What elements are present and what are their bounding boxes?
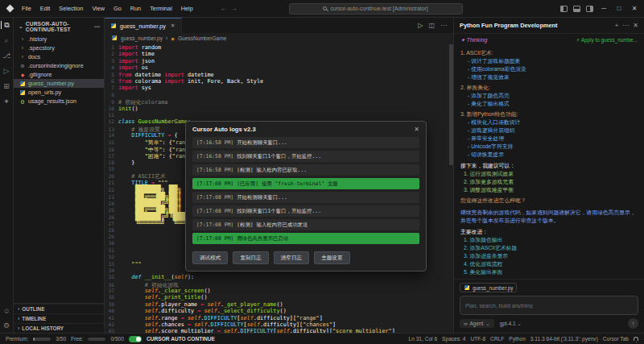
menu-go[interactable]: Go [112,4,123,13]
menu-terminal[interactable]: Terminal [148,4,174,13]
notifications-bell-icon[interactable] [634,337,638,341]
tree-item--gitignore[interactable]: ◆.gitignore [14,70,104,79]
language-indicator[interactable]: Python [509,336,526,342]
editor-more-icon[interactable]: ⋯ [440,22,447,29]
editor-scrollbar[interactable] [449,43,453,333]
cursor-tab-indicator[interactable]: Cursor Tab [603,336,629,342]
spaces-indicator[interactable]: Spaces: 4 [442,336,465,342]
context-chip[interactable]: guess_number.py [460,283,517,292]
chat-link-item[interactable]: - 美化了输出格式 [460,100,638,108]
explorer-icon[interactable]: ⧉ [1,21,13,29]
chat-summary-item: 5. 美化输出界面 [460,268,638,276]
log-row: [7:17:08 PM]开始检测聊天窗口... [192,192,419,203]
tree-item-usage-results-json[interactable]: {}usage_results.json [14,97,104,106]
source-control-icon[interactable]: ⎇ [1,52,13,60]
toggle-sidebar-icon[interactable] [560,6,568,12]
back-arrow-icon[interactable]: ← [221,5,227,12]
tab-close-icon[interactable]: ✕ [171,23,175,29]
toggle-secondary-sidebar-icon[interactable] [586,6,593,12]
chat-link-item[interactable]: - 异常安全处理 [460,135,638,143]
line-number: 38 [105,294,118,300]
search-icon[interactable]: ⌕ [1,36,13,44]
chat-link-item[interactable]: - 增强了视觉效果 [460,73,638,81]
context-chip-label: guess_number.py [473,285,513,291]
sidebar-bottom-panels: ›OUTLINE›TIMELINE›LOCAL HISTORY [14,303,104,333]
tree-item-open-urls-py[interactable]: open_urls.py [14,88,104,97]
tree-item--specstory[interactable]: ›.specstory [14,44,104,52]
chat-link-item[interactable]: - 设计了游戏标题图案 [460,57,638,65]
file-tree: ›.history›.specstory›docs⚙.cursorindexin… [14,35,104,303]
panel-timeline[interactable]: ›TIMELINE [14,313,104,323]
modal-button-3[interactable]: 主题设置 [314,251,349,264]
line-col-indicator[interactable]: Ln 31, Col 6 [409,336,438,342]
send-icon[interactable]: ↑ [628,318,638,329]
minimize-button[interactable]: ─ [599,5,609,12]
run-debug-icon[interactable]: ▷ [1,67,13,75]
chat-link-item[interactable]: - 错误恢复提示 [460,151,638,159]
line-number: 30 [105,240,118,246]
more-actions-icon[interactable]: ⋯ [94,23,101,31]
explorer-root-header[interactable]: ⌄ CURSOR-AUTO-CONTINUE-TEST ⋯ [14,18,104,35]
split-editor-icon[interactable]: ◫ [428,22,435,29]
panel-outline[interactable]: ›OUTLINE [14,304,104,313]
chat-suggestion: 1. 运行游戏测试效果 [460,170,638,178]
chevron-right-icon: › [18,316,19,321]
model-selector[interactable]: gpt-4.1 ⌄ [500,321,522,327]
chat-icon[interactable]: ✦ [1,97,13,106]
maximize-button[interactable]: □ [614,5,624,12]
forward-arrow-icon[interactable]: → [231,5,237,12]
apply-button[interactable]: ⚡ Apply to guess_numbe... [576,37,638,44]
account-icon[interactable]: ☺ [1,307,13,315]
chat-link-item[interactable]: - 模块化入口函数设计 [460,118,638,126]
log-row: [7:17:08 PM][已应用] 使用 "fresh-terminal" 主题 [192,178,419,189]
menu-selection[interactable]: Selection [57,4,85,13]
file-label: docs [28,53,40,60]
chat-summary-item: 1. 添加颜色输出 [460,236,638,244]
tree-item--history[interactable]: ›.history [14,35,104,44]
chat-link-item[interactable]: - 游戏逻辑分层组织 [460,126,638,135]
chat-link-item[interactable]: - 添加了颜色高亮 [460,92,638,100]
tree-item-guess-number-py[interactable]: guess_number.py [14,79,104,88]
close-button[interactable]: ✕ [630,5,639,12]
eol-indicator[interactable]: CRLF [490,336,504,342]
auto-continue-toggle[interactable] [129,336,142,342]
panel-local-history[interactable]: ›LOCAL HISTORY [14,323,104,333]
modal-button-1[interactable]: 复制日志 [233,251,268,264]
new-chat-icon[interactable]: + [615,22,619,29]
tree-item--cursorindexingignore[interactable]: ⚙.cursorindexingignore [14,61,104,70]
code-line: 36 # 初始化游戏 [105,281,453,288]
modal-close-icon[interactable]: ✕ [414,126,419,133]
menu-file[interactable]: File [20,4,33,13]
modal-button-2[interactable]: 清空日志 [274,251,309,264]
scrollbar-thumb[interactable] [449,44,453,165]
agent-mode-selector[interactable]: ∞ Agent ⌄ [460,319,494,328]
chat-close-icon[interactable]: ✕ [633,22,638,29]
titlebar-actions: ─ □ ✕ [560,5,639,12]
history-nav: ← → [221,5,237,12]
code-text: class GuessNumberGame: [118,118,191,125]
encoding-indicator[interactable]: UTF-8 [470,336,485,342]
extensions-icon[interactable]: ⊞ [1,82,13,90]
run-file-icon[interactable]: ▷ [418,22,423,29]
thinking-label[interactable]: ✦ Thinking [460,37,487,44]
menu-help[interactable]: Help [180,4,195,13]
toggle-panel-icon[interactable] [573,6,580,12]
command-search-box[interactable]: cursor-auto-continue-test [Administrator… [289,3,463,15]
modal-header[interactable]: Cursor Auto logs v2.3 ✕ [186,122,426,135]
chat-input[interactable] [460,296,638,315]
editor-actions: ▷ ◫ ⋯ [418,18,453,33]
chat-link-item[interactable]: - Unicode字符支持 [460,143,638,151]
tree-item-docs[interactable]: ›docs [14,52,104,61]
chat-link-item[interactable]: - 使用colorama彩色渲染 [460,65,638,73]
modal-button-0[interactable]: 调试模式 [192,251,228,264]
menu-run[interactable]: Run [129,4,142,13]
chat-more-icon[interactable]: ⋯ [622,22,629,29]
interpreter-indicator[interactable]: 3.11.3 64-bit ('3.11.3': pyenv) [530,336,598,342]
code-line: 41 self.range = self.DIFFICULTY[self.dif… [105,315,453,321]
menu-edit[interactable]: Edit [39,4,52,13]
breadcrumb[interactable]: guess_number.py › ◈ GuessNumberGame [105,33,453,43]
tab-guess-number[interactable]: guess_number.py ✕ [105,18,182,33]
menu-view[interactable]: View [90,4,106,13]
chevron-right-icon: › [19,54,26,60]
settings-icon[interactable]: ⚙ [1,321,13,329]
